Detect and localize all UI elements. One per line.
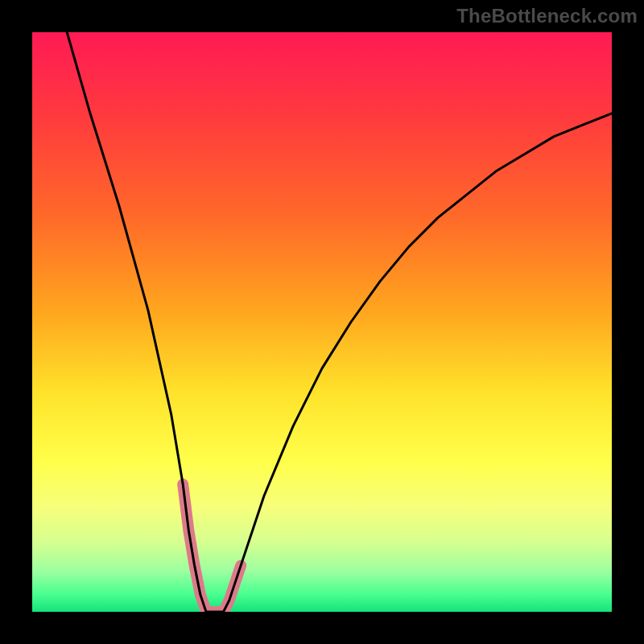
plot-area: [32, 32, 612, 612]
watermark-text: TheBottleneck.com: [456, 5, 638, 27]
chart-frame: TheBottleneck.com: [0, 0, 644, 644]
gradient-background: [32, 32, 612, 612]
bottleneck-chart-svg: [32, 32, 612, 612]
